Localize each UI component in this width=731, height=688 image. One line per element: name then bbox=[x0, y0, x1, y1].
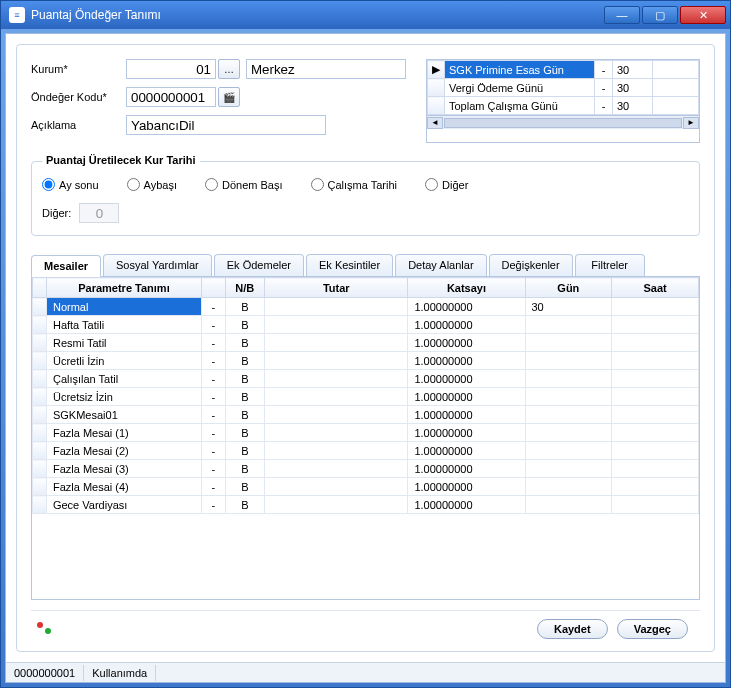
col-header[interactable]: Katsayı bbox=[408, 278, 525, 298]
col-header[interactable]: Tutar bbox=[265, 278, 408, 298]
side-grid-row[interactable]: Vergi Ödeme Günü-30 bbox=[428, 79, 699, 97]
kurum-lookup-button[interactable]: … bbox=[218, 59, 240, 79]
diger-label: Diğer: bbox=[42, 207, 71, 219]
tab-ek-kesintiler[interactable]: Ek Kesintiler bbox=[306, 254, 393, 276]
kur-tarihi-option[interactable]: Aybaşı bbox=[127, 178, 177, 191]
cancel-button[interactable]: Vazgeç bbox=[617, 619, 688, 639]
close-button[interactable]: ✕ bbox=[680, 6, 726, 24]
diger-input[interactable] bbox=[79, 203, 119, 223]
tab-detay-alanlar[interactable]: Detay Alanlar bbox=[395, 254, 486, 276]
col-header[interactable] bbox=[33, 278, 47, 298]
table-row[interactable]: Çalışılan Tatil-B1.00000000 bbox=[33, 370, 699, 388]
col-header[interactable]: Gün bbox=[525, 278, 612, 298]
ondeger-input[interactable] bbox=[126, 87, 216, 107]
col-header[interactable]: Saat bbox=[612, 278, 699, 298]
minimize-button[interactable]: — bbox=[604, 6, 640, 24]
form-panel: Kurum* … Öndeğer Kodu* 🎬 Açıklama bbox=[16, 44, 715, 652]
tab-mesailer[interactable]: Mesailer bbox=[31, 255, 101, 277]
radio-2[interactable] bbox=[205, 178, 218, 191]
footer-bar: Kaydet Vazgeç bbox=[31, 610, 700, 639]
radio-3[interactable] bbox=[311, 178, 324, 191]
table-row[interactable]: Fazla Mesai (3)-B1.00000000 bbox=[33, 460, 699, 478]
table-row[interactable]: Fazla Mesai (1)-B1.00000000 bbox=[33, 424, 699, 442]
left-form: Kurum* … Öndeğer Kodu* 🎬 Açıklama bbox=[31, 59, 406, 143]
ondeger-label: Öndeğer Kodu* bbox=[31, 91, 126, 103]
scroll-left-icon[interactable]: ◄ bbox=[427, 117, 443, 129]
radio-0[interactable] bbox=[42, 178, 55, 191]
table-row[interactable]: Ücretsiz İzin-B1.00000000 bbox=[33, 388, 699, 406]
tab-değişkenler[interactable]: Değişkenler bbox=[489, 254, 573, 276]
kur-tarihi-option[interactable]: Çalışma Tarihi bbox=[311, 178, 398, 191]
table-row[interactable]: Normal-B1.0000000030 bbox=[33, 298, 699, 316]
table-row[interactable]: Ücretli İzin-B1.00000000 bbox=[33, 352, 699, 370]
table-row[interactable]: Fazla Mesai (2)-B1.00000000 bbox=[33, 442, 699, 460]
client-area: Kurum* … Öndeğer Kodu* 🎬 Açıklama bbox=[5, 33, 726, 683]
tabstrip: MesailerSosyal YardımlarEk ÖdemelerEk Ke… bbox=[31, 254, 700, 276]
table-row[interactable]: Hafta Tatili-B1.00000000 bbox=[33, 316, 699, 334]
kur-tarihi-option[interactable]: Dönem Başı bbox=[205, 178, 283, 191]
status-code: 0000000001 bbox=[6, 665, 84, 681]
titlebar: ≡ Puantaj Öndeğer Tanımı — ▢ ✕ bbox=[1, 1, 730, 29]
kur-tarihi-legend: Puantaj Üretilecek Kur Tarihi bbox=[42, 154, 200, 166]
table-row[interactable]: Fazla Mesai (4)-B1.00000000 bbox=[33, 478, 699, 496]
tab-ek-ödemeler[interactable]: Ek Ödemeler bbox=[214, 254, 304, 276]
kur-tarihi-option[interactable]: Diğer bbox=[425, 178, 468, 191]
kurum-label: Kurum* bbox=[31, 63, 126, 75]
ondeger-action-button[interactable]: 🎬 bbox=[218, 87, 240, 107]
tab-sosyal-yardımlar[interactable]: Sosyal Yardımlar bbox=[103, 254, 212, 276]
scroll-right-icon[interactable]: ► bbox=[683, 117, 699, 129]
radio-4[interactable] bbox=[425, 178, 438, 191]
side-grid-scrollbar[interactable]: ◄ ► bbox=[427, 115, 699, 129]
table-row[interactable]: Resmi Tatil-B1.00000000 bbox=[33, 334, 699, 352]
radio-1[interactable] bbox=[127, 178, 140, 191]
side-grid[interactable]: ▶SGK Primine Esas Gün-30Vergi Ödeme Günü… bbox=[426, 59, 700, 143]
aciklama-label: Açıklama bbox=[31, 119, 126, 131]
col-header[interactable] bbox=[202, 278, 226, 298]
kurum-input[interactable] bbox=[126, 59, 216, 79]
color-legend-icon[interactable] bbox=[35, 620, 53, 638]
kur-tarihi-fieldset: Puantaj Üretilecek Kur Tarihi Ay sonuAyb… bbox=[31, 161, 700, 236]
kur-tarihi-radios: Ay sonuAybaşıDönem BaşıÇalışma TarihiDiğ… bbox=[42, 178, 689, 191]
data-grid[interactable]: Parametre TanımıN/BTutarKatsayıGünSaat N… bbox=[31, 276, 700, 600]
table-row[interactable]: Gece Vardiyası-B1.00000000 bbox=[33, 496, 699, 514]
app-window: ≡ Puantaj Öndeğer Tanımı — ▢ ✕ Kurum* … … bbox=[0, 0, 731, 688]
window-title: Puantaj Öndeğer Tanımı bbox=[31, 8, 604, 22]
top-row: Kurum* … Öndeğer Kodu* 🎬 Açıklama bbox=[31, 59, 700, 143]
col-header[interactable]: Parametre Tanımı bbox=[46, 278, 201, 298]
app-icon: ≡ bbox=[9, 7, 25, 23]
side-grid-row[interactable]: Toplam Çalışma Günü-30 bbox=[428, 97, 699, 115]
window-buttons: — ▢ ✕ bbox=[604, 6, 726, 24]
col-header[interactable]: N/B bbox=[225, 278, 265, 298]
side-grid-row[interactable]: ▶SGK Primine Esas Gün-30 bbox=[428, 61, 699, 79]
save-button[interactable]: Kaydet bbox=[537, 619, 608, 639]
table-row[interactable]: SGKMesai01-B1.00000000 bbox=[33, 406, 699, 424]
status-state: Kullanımda bbox=[84, 665, 156, 681]
status-bar: 0000000001 Kullanımda bbox=[6, 662, 725, 682]
maximize-button[interactable]: ▢ bbox=[642, 6, 678, 24]
kur-tarihi-option[interactable]: Ay sonu bbox=[42, 178, 99, 191]
kurum-desc-input[interactable] bbox=[246, 59, 406, 79]
aciklama-input[interactable] bbox=[126, 115, 326, 135]
tab-filtreler[interactable]: Filtreler bbox=[575, 254, 645, 276]
